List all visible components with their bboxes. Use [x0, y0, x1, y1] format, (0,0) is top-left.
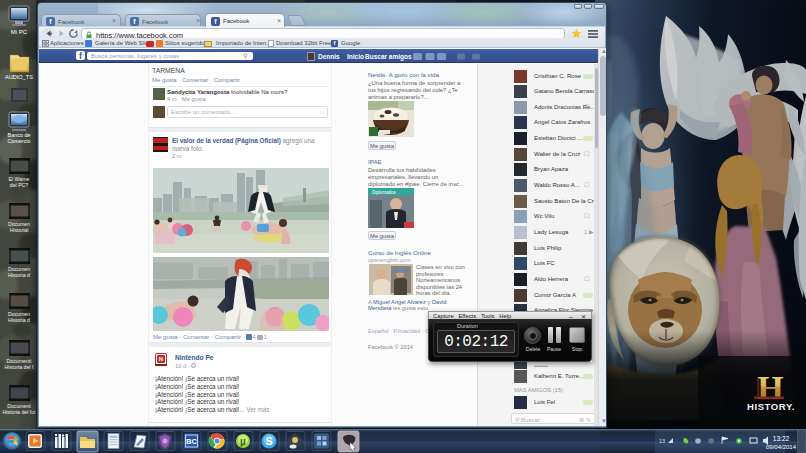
svg-text:Diplomados: Diplomados	[372, 190, 397, 195]
svg-text:Historia del f: Historia del f	[5, 364, 34, 370]
svg-text:Historia d: Historia d	[8, 317, 30, 323]
svg-text:HISTORY.: HISTORY.	[747, 401, 795, 412]
svg-text:09/04/2014: 09/04/2014	[766, 444, 797, 450]
svg-text:Historial: Historial	[10, 227, 29, 233]
svg-text:AUDIO_TS: AUDIO_TS	[5, 74, 33, 80]
svg-text:Comercio: Comercio	[7, 138, 30, 144]
svg-text:S: S	[265, 435, 272, 447]
svg-text:del PC?: del PC?	[10, 182, 29, 188]
svg-text:Historia del fut: Historia del fut	[2, 409, 36, 415]
svg-text:Mi PC: Mi PC	[11, 29, 28, 35]
svg-text:Historia d: Historia d	[8, 272, 30, 278]
svg-text:13:22: 13:22	[773, 435, 790, 442]
svg-text:BC: BC	[186, 437, 197, 446]
svg-text:13: 13	[659, 438, 665, 444]
svg-text:µ: µ	[240, 436, 246, 447]
